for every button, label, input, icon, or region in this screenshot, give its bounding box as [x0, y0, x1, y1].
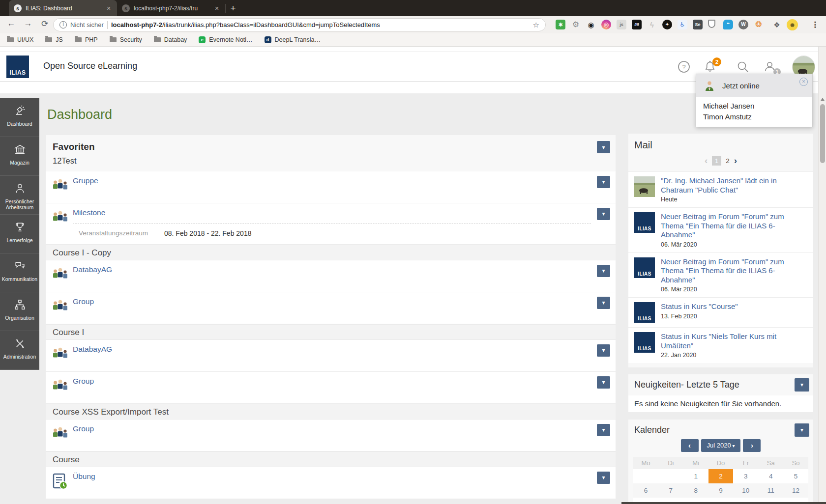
new-tab-button[interactable]: [226, 1, 240, 16]
mail-item-link[interactable]: Neuer Beitrag im Forum "Forum" zum Thema…: [661, 257, 807, 285]
mail-item-link[interactable]: Neuer Beitrag im Forum "Forum" zum Thema…: [661, 212, 807, 240]
wappalyzer-icon[interactable]: ✱: [556, 20, 565, 29]
browser-tab[interactable]: s localhost-php7-2/ilias/tru: [117, 0, 225, 16]
bookmark-item[interactable]: Security: [110, 36, 142, 43]
forward-button[interactable]: [22, 19, 34, 28]
mail-item[interactable]: ILIAS Neuer Beitrag im Forum "Forum" zum…: [628, 252, 813, 298]
online-user-link[interactable]: Timon Amstutz: [703, 112, 805, 122]
address-bar[interactable]: Nicht sicher localhost-php7-2/ilias/trun…: [53, 18, 546, 31]
page-scrollbar[interactable]: [818, 47, 826, 504]
favorite-item-link[interactable]: DatabayAG: [73, 345, 112, 354]
item-actions-dropdown[interactable]: [597, 376, 610, 389]
gear-icon[interactable]: ⚙: [571, 20, 581, 29]
pagination-next-icon[interactable]: [734, 155, 737, 166]
reload-button[interactable]: [38, 19, 51, 29]
js-puzzle-icon[interactable]: js: [617, 20, 626, 29]
shield-icon[interactable]: [708, 20, 715, 28]
favorite-item-link[interactable]: Gruppe: [73, 176, 98, 185]
tab-close-icon[interactable]: [105, 5, 112, 12]
w-wave-icon[interactable]: W: [738, 20, 748, 29]
popup-close-icon[interactable]: [799, 78, 808, 86]
calendar-day-cell[interactable]: 12: [783, 483, 808, 498]
item-actions-dropdown[interactable]: [597, 297, 610, 309]
bookmark-item[interactable]: PHP: [75, 36, 98, 43]
favorite-item-link[interactable]: Milestone: [73, 208, 105, 217]
mail-item[interactable]: "Dr. Ing. Michael Jansen" lädt ein in Ch…: [628, 171, 813, 207]
favorite-item-link[interactable]: Group: [73, 377, 94, 386]
bookmark-item[interactable]: UI/UX: [7, 36, 33, 43]
sidebar-item-administration[interactable]: Administration: [0, 331, 39, 370]
notifications-bell-button[interactable]: 2: [703, 60, 717, 74]
sidebar-item-magazin[interactable]: Magazin: [0, 137, 39, 176]
favorite-item-link[interactable]: Group: [73, 424, 94, 433]
search-button[interactable]: [736, 60, 750, 74]
back-button[interactable]: [5, 19, 18, 28]
news-panel-dropdown[interactable]: [795, 378, 809, 392]
calendar-day-cell[interactable]: 9: [708, 483, 734, 498]
selenium-icon[interactable]: Se: [693, 20, 703, 29]
camera-icon[interactable]: ◎: [601, 20, 611, 29]
mail-item-link[interactable]: Status in Kurs "Course": [661, 302, 738, 311]
tab-close-icon[interactable]: [213, 5, 220, 12]
online-user-link[interactable]: Michael Jansen: [703, 101, 805, 112]
eye-icon[interactable]: ◉: [586, 20, 596, 29]
calendar-next-button[interactable]: [743, 439, 761, 452]
browser-avatar-icon[interactable]: ☻: [787, 19, 798, 30]
bookmark-item[interactable]: Databay: [154, 36, 187, 43]
browser-tab[interactable]: s ILIAS: Dashboard: [9, 0, 117, 16]
mail-item[interactable]: ILIAS Neuer Beitrag im Forum "Forum" zum…: [628, 207, 813, 252]
calendar-day-cell[interactable]: 5: [783, 469, 808, 483]
sidebar-item-pers-nlicher-arbeitsraum[interactable]: Persönlicher Arbeitsraum: [0, 176, 39, 215]
calendar-day-cell[interactable]: 10: [733, 483, 758, 498]
mail-item[interactable]: ILIAS Status in Kurs "Course" 13. Feb 20…: [628, 297, 813, 327]
sidebar-item-organisation[interactable]: Organisation: [0, 292, 39, 331]
accessibility-icon[interactable]: ♿: [678, 20, 687, 29]
contacts-button[interactable]: 1: [763, 60, 777, 74]
help-button[interactable]: ?: [677, 60, 691, 74]
item-actions-dropdown[interactable]: [597, 208, 610, 220]
ilias-logo[interactable]: ILIAS: [6, 56, 29, 78]
calendar-day-cell[interactable]: 1: [683, 469, 708, 483]
item-actions-dropdown[interactable]: [597, 265, 610, 277]
bookmark-item[interactable]: JS: [45, 36, 63, 43]
mail-item-link[interactable]: "Dr. Ing. Michael Jansen" lädt ein in Ch…: [661, 176, 807, 195]
sidebar-item-lernerfolge[interactable]: Lernerfolge: [0, 215, 39, 253]
scrollbar-up-arrow[interactable]: [821, 98, 825, 101]
menu-dots-icon[interactable]: ⋮: [810, 20, 820, 29]
calendar-month-dropdown[interactable]: Jul 2020: [701, 439, 741, 452]
mail-item[interactable]: ILIAS Status in Kurs "Niels Toller Kurs …: [628, 327, 813, 363]
favorites-panel-dropdown[interactable]: [597, 141, 610, 153]
bookmark-item[interactable]: d DeepL Transla…: [265, 36, 321, 43]
site-info-icon[interactable]: [59, 21, 67, 28]
url-text[interactable]: localhost-php7-2/ilias/trunk/ilias.php?b…: [111, 21, 380, 28]
favorite-item-link[interactable]: Group: [73, 297, 94, 306]
calendar-day-cell[interactable]: 11: [758, 483, 783, 498]
mail-item-link[interactable]: Status in Kurs "Niels Toller Kurs mit Um…: [661, 332, 807, 350]
pagination-page-1[interactable]: 1: [712, 156, 721, 166]
item-actions-dropdown[interactable]: [597, 344, 610, 357]
bookmark-star-icon[interactable]: [533, 21, 539, 29]
item-actions-dropdown[interactable]: [597, 472, 610, 484]
calendar-panel-dropdown[interactable]: [795, 423, 809, 437]
pagination-page-2[interactable]: 2: [726, 157, 730, 165]
sidebar-item-kommunikation[interactable]: Kommunikation: [0, 253, 39, 292]
flame-icon[interactable]: ✦: [662, 20, 672, 29]
favorite-item-link[interactable]: DatabayAG: [73, 265, 112, 274]
calendar-day-cell[interactable]: 4: [758, 469, 783, 483]
calendar-day-cell[interactable]: 6: [633, 483, 658, 498]
extensions-puzzle-icon[interactable]: ❖: [772, 20, 782, 29]
jetbrains-icon[interactable]: JB: [632, 20, 642, 29]
chat-bubble-icon[interactable]: ❝: [723, 20, 733, 29]
pagination-prev-icon[interactable]: [705, 155, 708, 166]
bird-icon[interactable]: ❂: [754, 20, 764, 29]
favorite-item-link[interactable]: Übung: [73, 472, 95, 481]
calendar-selected-day[interactable]: 2: [708, 469, 734, 483]
bookmark-item[interactable]: e Evernote Noti…: [199, 36, 252, 43]
scrollbar-thumb[interactable]: [820, 104, 825, 163]
sidebar-item-dashboard[interactable]: Dashboard: [0, 98, 39, 137]
calendar-day-cell[interactable]: 3: [733, 469, 758, 483]
lightning-icon[interactable]: ϟ: [647, 20, 657, 29]
item-actions-dropdown[interactable]: [597, 424, 610, 436]
calendar-day-cell[interactable]: 8: [683, 483, 708, 498]
item-actions-dropdown[interactable]: [597, 176, 610, 188]
